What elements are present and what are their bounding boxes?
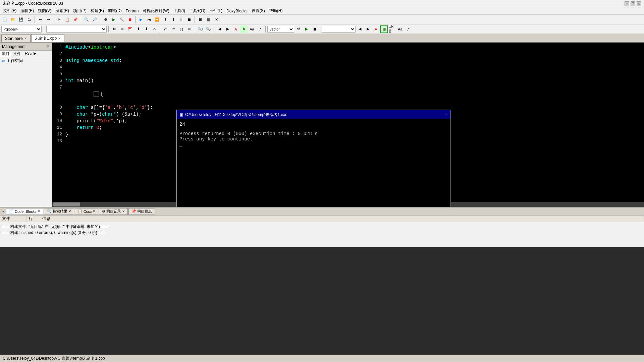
highlight-button[interactable]: A	[232, 25, 239, 33]
bookmark-toggle[interactable]: 🚩	[126, 25, 134, 33]
zoom-out-button[interactable]: 🔍-	[205, 25, 212, 33]
nav-right-button[interactable]: ▶	[224, 25, 231, 33]
ir-dot-btn[interactable]: .*	[405, 25, 412, 33]
uncomment-button[interactable]: /**	[170, 25, 177, 33]
tab-start-here[interactable]: Start here ✕	[1, 35, 31, 42]
undo-button[interactable]: ↩	[37, 16, 44, 23]
nav-left-button[interactable]: ◀	[216, 25, 223, 33]
hscroll-thumb[interactable]	[53, 202, 80, 206]
view-grid[interactable]: ⊞	[197, 16, 204, 23]
vector-stop-btn[interactable]: ⏹	[311, 25, 318, 33]
menu-build[interactable]: 构建(B)	[89, 7, 106, 14]
underline-btn[interactable]: A	[372, 25, 380, 33]
search-tab-close[interactable]: ✕	[68, 209, 71, 213]
maximize-button[interactable]: □	[631, 1, 635, 6]
tab-start-close[interactable]: ✕	[24, 37, 27, 40]
scope-select[interactable]	[46, 26, 107, 33]
fold-indicator-7[interactable]: -	[94, 92, 99, 97]
menu-fortran[interactable]: Fortran	[124, 8, 141, 14]
abort-button[interactable]: ✕	[213, 16, 220, 23]
ir-at-label: IR @	[388, 25, 396, 33]
build-button[interactable]: 🔨	[118, 16, 125, 23]
close-button[interactable]: ✕	[637, 1, 641, 6]
bookmark-prev[interactable]: ⬆	[135, 25, 142, 33]
debug-next-button[interactable]: ⏩	[153, 16, 161, 23]
menu-plugins[interactable]: 插件(L)	[207, 7, 224, 14]
menu-help[interactable]: 帮助(H)	[267, 7, 285, 14]
menu-tools[interactable]: 工具(I)	[171, 7, 187, 14]
global-select[interactable]: <global>	[1, 26, 42, 33]
bottom-tab-build-info[interactable]: 📌 构建信息	[128, 208, 155, 215]
vector-build-btn[interactable]: ⚒	[295, 25, 302, 33]
copy-button[interactable]: 📋	[64, 16, 71, 23]
nav-next-btn2[interactable]: ▶	[364, 25, 372, 33]
comment-button[interactable]: /*	[162, 25, 169, 33]
bottom-tab-cccc[interactable]: 📋 Cccc ✕	[75, 208, 98, 215]
ir-set-btn[interactable]: Aa	[396, 25, 404, 33]
replace-button[interactable]: 🔎	[91, 16, 98, 23]
buildlog-tab-close[interactable]: ✕	[122, 209, 125, 213]
sidebar-close-btn[interactable]: ✕	[46, 44, 50, 49]
cb-tab-icon: 📄	[9, 209, 14, 214]
bookmark-clear[interactable]: ✕	[151, 25, 158, 33]
minimize-button[interactable]: ─	[625, 1, 629, 6]
bottom-tab-search[interactable]: 🔍 搜索结果 ✕	[44, 208, 74, 215]
sidebar-tab-files[interactable]: 文件	[11, 51, 23, 57]
bottom-tab-codeblocks[interactable]: 📄 Code::Blocks ✕	[6, 208, 43, 215]
sidebar-item-workspace[interactable]: ⊕ 工作空间	[0, 57, 52, 64]
tab-cpp-close[interactable]: ✕	[58, 37, 61, 40]
menu-doxyblocks[interactable]: DoxyBlocks	[224, 8, 250, 14]
debug-pause[interactable]: ⏸	[177, 16, 185, 23]
highlight-toggle[interactable]: Aa	[248, 25, 256, 33]
nav-prev-btn2[interactable]: ◀	[356, 25, 364, 33]
console-minimize-button[interactable]: ─	[445, 112, 448, 117]
cccc-tab-close[interactable]: ✕	[93, 209, 95, 213]
vector-select[interactable]: vector	[267, 26, 294, 33]
bookmark-next[interactable]: ⬇	[143, 25, 150, 33]
zoom-in-button[interactable]: 🔍+	[197, 25, 204, 33]
menu-view[interactable]: 视图(V)	[36, 7, 53, 14]
menu-debug[interactable]: 调试(D)	[106, 7, 124, 14]
bottom-nav-prev[interactable]: ◀	[1, 209, 5, 214]
find-button[interactable]: 🔍	[83, 16, 90, 23]
debug-run-button[interactable]: ▶	[137, 16, 145, 23]
debug-step-into[interactable]: ⬇	[161, 16, 169, 23]
vector-run-btn[interactable]: ▶	[303, 25, 310, 33]
stop-button[interactable]: ⏹	[126, 16, 133, 23]
paste-button[interactable]: 📌	[72, 16, 79, 23]
menu-file[interactable]: 文件(F)	[1, 7, 18, 14]
settings-button[interactable]: ⚙	[102, 16, 109, 23]
menu-project[interactable]: 项目(P)	[71, 7, 89, 14]
run-button[interactable]: ▶	[110, 16, 117, 23]
save-file-button[interactable]: 💾	[17, 16, 25, 23]
redo-button[interactable]: ↪	[45, 16, 52, 23]
highlight-sel-button[interactable]: A	[240, 25, 248, 33]
menu-edit[interactable]: 编辑(E)	[18, 7, 36, 14]
sidebar-tab-project[interactable]: 项目	[0, 51, 11, 57]
fold-button[interactable]: { }	[178, 25, 185, 33]
menu-search[interactable]: 搜索(R)	[53, 7, 71, 14]
sidebar-tab-fsyn[interactable]: FSyn▶	[23, 51, 38, 57]
unfold-button[interactable]: ⊞	[186, 25, 193, 33]
view-more[interactable]: ▦	[205, 16, 212, 23]
cb-tab-close[interactable]: ✕	[38, 209, 40, 213]
menu-tools-plus[interactable]: 工具+(O)	[187, 7, 207, 14]
nav-forward-button[interactable]: ➡	[118, 25, 126, 33]
regex-button[interactable]: .*	[256, 25, 264, 33]
menu-visual-design[interactable]: 可视化设计(W)	[141, 7, 171, 14]
open-file-button[interactable]: 📂	[9, 16, 17, 23]
window-controls[interactable]: ─ □ ✕	[625, 1, 641, 6]
save-all-button[interactable]: 🗂	[25, 16, 33, 23]
bottom-tab-build-log[interactable]: ⚙ 构建记录 ✕	[99, 208, 128, 215]
debug-stop[interactable]: ⏹	[185, 16, 193, 23]
tab-unnamed-cpp[interactable]: 未命名1.cpp ✕	[31, 34, 64, 42]
debug-step-button[interactable]: ⏭	[145, 16, 153, 23]
select-btn[interactable]: ▦	[380, 25, 388, 33]
cut-button[interactable]: ✂	[56, 16, 63, 23]
code-editor[interactable]: 1 #include<iostream> 2 3 using namespace…	[52, 43, 644, 207]
ir-select[interactable]	[322, 26, 356, 33]
menu-settings[interactable]: 设置(S)	[250, 7, 267, 14]
nav-back-button[interactable]: ⬅	[110, 25, 118, 33]
new-file-button[interactable]: 📄	[1, 16, 9, 23]
debug-step-out[interactable]: ⬆	[169, 16, 177, 23]
